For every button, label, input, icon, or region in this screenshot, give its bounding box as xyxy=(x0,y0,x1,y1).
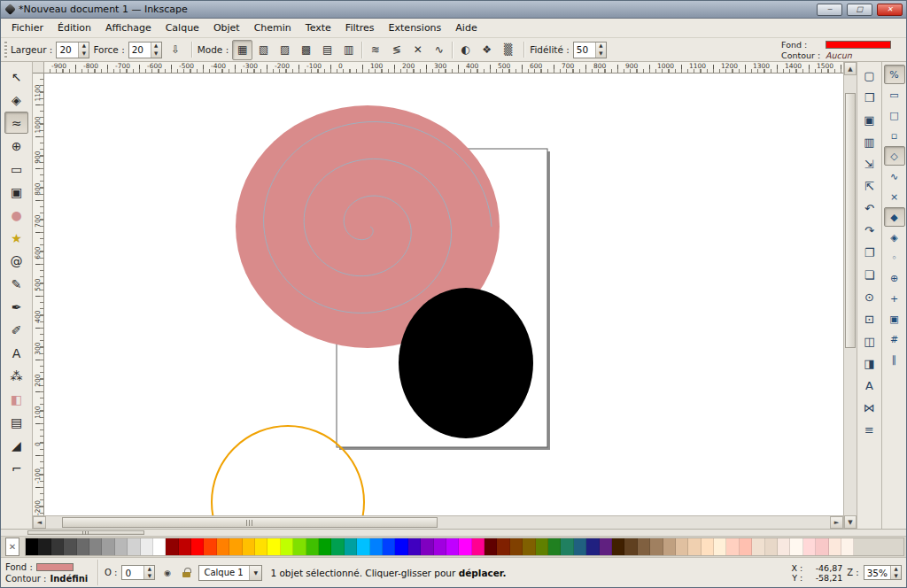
width-value[interactable]: 20 xyxy=(57,43,78,58)
palette-swatch[interactable] xyxy=(166,538,178,555)
print-button[interactable]: ▥ xyxy=(859,131,880,152)
spin-down-icon[interactable]: ▼ xyxy=(596,50,606,58)
tweak-mode-attract-repel[interactable]: ✕ xyxy=(407,40,428,60)
snap-guides-toggle[interactable]: ∥ xyxy=(884,350,905,369)
palette-swatch[interactable] xyxy=(243,538,255,555)
palette-swatch[interactable] xyxy=(331,538,344,555)
zoom-spin-arrows[interactable]: ▲▼ xyxy=(890,566,901,579)
palette-swatch[interactable] xyxy=(829,538,841,555)
spin-up-icon[interactable]: ▲ xyxy=(79,43,89,50)
palette-swatch[interactable] xyxy=(650,538,663,555)
open-document-button[interactable]: ❒ xyxy=(859,87,880,108)
palette-swatch[interactable] xyxy=(740,538,752,555)
palette-swatch[interactable] xyxy=(434,538,446,555)
palette-swatch[interactable] xyxy=(408,538,421,555)
tweak-tool[interactable]: ≈ xyxy=(4,112,28,134)
rectangle-tool[interactable]: ▭ xyxy=(4,158,28,180)
snap-rotation-centers-toggle[interactable]: + xyxy=(884,289,905,308)
zoom-spinbox[interactable]: 35% ▲▼ xyxy=(864,565,902,580)
menu-filtres[interactable]: Filtres xyxy=(338,19,382,37)
palette-swatch[interactable] xyxy=(638,538,650,555)
text-tool[interactable]: A xyxy=(4,342,28,364)
h-scroll-thumb[interactable] xyxy=(62,517,438,528)
palette-swatch[interactable] xyxy=(319,538,331,555)
box3d-tool[interactable]: ▣ xyxy=(4,181,28,203)
spin-down-icon[interactable]: ▼ xyxy=(891,573,901,580)
menu-calque[interactable]: Calque xyxy=(159,19,206,37)
canvas[interactable] xyxy=(44,74,843,515)
tweak-mode-paint-color[interactable]: ◐ xyxy=(455,40,476,60)
layer-dropdown-button[interactable]: ▼ xyxy=(249,566,261,580)
h-scroll-track[interactable] xyxy=(46,516,830,529)
snap-cusp-nodes-toggle[interactable]: ◆ xyxy=(884,207,905,227)
node-tool[interactable]: ◈ xyxy=(4,89,28,111)
spin-down-icon[interactable]: ▼ xyxy=(144,573,154,580)
layer-visibility-toggle[interactable]: ◉ xyxy=(159,565,174,580)
palette-swatch[interactable] xyxy=(446,538,459,555)
palette-swatch[interactable] xyxy=(624,538,637,555)
undo-button[interactable]: ↶ xyxy=(859,197,880,219)
palette-swatch[interactable] xyxy=(128,538,140,555)
palette-swatch[interactable] xyxy=(765,538,778,555)
palette-swatch[interactable] xyxy=(714,538,726,555)
palette-swatch[interactable] xyxy=(586,538,599,555)
palette-swatch[interactable] xyxy=(510,538,523,555)
palette-swatch[interactable] xyxy=(293,538,306,555)
palette-swatch[interactable] xyxy=(752,538,764,555)
paste-button[interactable]: ❏ xyxy=(859,264,880,285)
opacity-value[interactable]: 0 xyxy=(122,566,143,579)
horizontal-ruler[interactable]: -900-800-700-600-500-400-300-200-1000100… xyxy=(44,62,843,74)
align-dialog-button[interactable]: ≡ xyxy=(859,419,880,440)
copy-button[interactable]: ❐ xyxy=(859,242,880,263)
palette-swatch[interactable] xyxy=(217,538,229,555)
palette-swatch[interactable] xyxy=(803,538,816,555)
redo-button[interactable]: ↷ xyxy=(859,220,880,241)
palette-swatch[interactable] xyxy=(115,538,128,555)
scroll-left-button[interactable]: ◄ xyxy=(33,516,46,529)
zoom-page-button[interactable]: ⊡ xyxy=(859,308,880,329)
snap-bbox-toggle[interactable]: ▭ xyxy=(884,85,905,104)
horizontal-scrollbar[interactable]: ◄ ► xyxy=(33,515,843,529)
menu-texte[interactable]: Texte xyxy=(298,19,338,37)
palette-no-color[interactable]: ✕ xyxy=(5,538,19,556)
opacity-spinbox[interactable]: 0 ▲▼ xyxy=(121,565,155,580)
snap-midpoints-toggle[interactable]: ◦ xyxy=(884,248,905,267)
spray-tool[interactable]: ⁂ xyxy=(4,365,28,387)
vertical-scrollbar[interactable]: ▲ ▼ xyxy=(843,62,857,529)
palette-swatch[interactable] xyxy=(548,538,561,555)
tweak-mode-move-in-out[interactable]: ▧ xyxy=(253,40,274,60)
palette-swatch[interactable] xyxy=(472,538,485,555)
snap-page-border-toggle[interactable]: ▣ xyxy=(884,309,905,329)
palette-swatch[interactable] xyxy=(841,538,854,555)
palette-swatch[interactable] xyxy=(306,538,319,555)
minimize-button[interactable]: ─ xyxy=(817,4,842,16)
force-spin-arrows[interactable]: ▲▼ xyxy=(151,43,161,58)
tweak-mode-jitter-color[interactable]: ❖ xyxy=(477,40,497,60)
zoom-tool[interactable]: ⊕ xyxy=(4,135,28,157)
menu-fichier[interactable]: Fichier xyxy=(4,19,50,37)
ellipse-tool[interactable]: ● xyxy=(4,204,28,226)
palette-swatch[interactable] xyxy=(395,538,407,555)
palette-swatch[interactable] xyxy=(536,538,548,555)
tweak-mode-rotate[interactable]: ▤ xyxy=(317,40,337,60)
snap-bbox-corners-toggle[interactable]: ▫ xyxy=(884,126,905,145)
duplicate-button[interactable]: ◫ xyxy=(859,330,880,352)
spin-down-icon[interactable]: ▼ xyxy=(151,50,161,58)
palette-swatch[interactable] xyxy=(141,538,153,555)
snap-object-centers-toggle[interactable]: ⊕ xyxy=(884,268,905,288)
snap-enable-toggle[interactable]: % xyxy=(884,65,905,84)
tweak-mode-move[interactable]: ▦ xyxy=(232,40,252,60)
palette-swatch[interactable] xyxy=(357,538,369,555)
fidelity-spin-arrows[interactable]: ▲▼ xyxy=(595,43,606,58)
menu-objet[interactable]: Objet xyxy=(206,19,247,37)
palette-swatch[interactable] xyxy=(574,538,586,555)
fill-stroke-dialog-button[interactable]: ◨ xyxy=(859,352,880,374)
tweak-mode-duplicate[interactable]: ▥ xyxy=(338,40,359,60)
use-pressure-button[interactable]: ⇩ xyxy=(166,40,186,60)
palette-swatch[interactable] xyxy=(816,538,828,555)
palette-swatch[interactable] xyxy=(726,538,739,555)
palette-swatch[interactable] xyxy=(179,538,191,555)
selector-tool[interactable]: ↖ xyxy=(4,66,28,88)
tweak-mode-roughen[interactable]: ∿ xyxy=(429,40,449,60)
snap-paths-toggle[interactable]: ∿ xyxy=(884,166,905,186)
